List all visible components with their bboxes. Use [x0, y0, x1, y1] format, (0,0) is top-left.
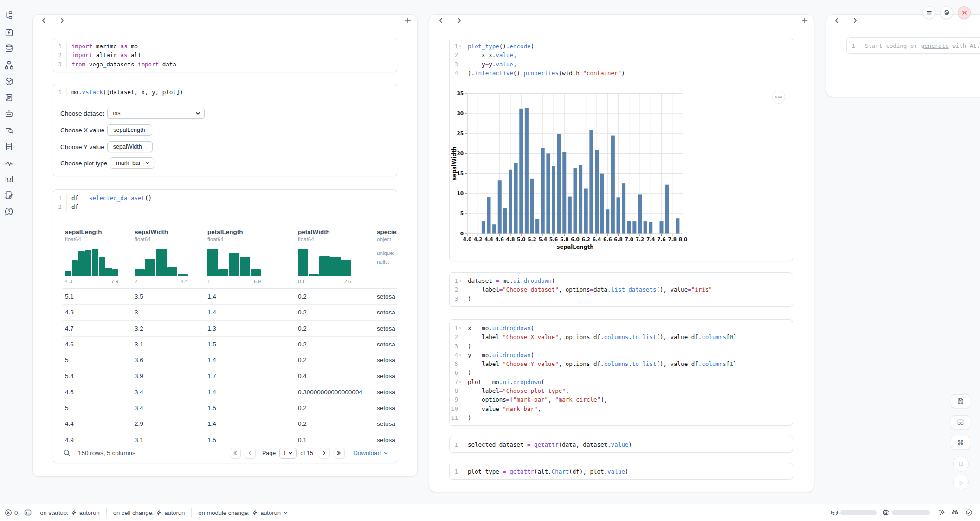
- column-header[interactable]: sepalWidthfloat6424.4: [132, 214, 205, 288]
- documentation-icon[interactable]: [5, 142, 13, 151]
- column-move-right-button[interactable]: [59, 17, 65, 24]
- menu-button[interactable]: [922, 6, 935, 19]
- svg-text:5.6: 5.6: [549, 236, 558, 242]
- on-startup-setting[interactable]: on startup: autorun: [40, 509, 100, 516]
- column-move-left-button[interactable]: [438, 17, 444, 24]
- save-button[interactable]: [951, 394, 970, 408]
- svg-text:4.6: 4.6: [495, 236, 504, 242]
- copilot-status-button[interactable]: [951, 509, 959, 516]
- column-header[interactable]: speciesobjectunique:nulls:: [374, 214, 397, 288]
- code-editor[interactable]: 1∨plot_type().encode(2 x=x.value,3 y=y.v…: [450, 38, 793, 81]
- table-cell: 3.9: [132, 368, 205, 384]
- copilot-icon: [951, 509, 959, 516]
- variables-icon[interactable]: [5, 159, 13, 168]
- download-button[interactable]: Download: [353, 449, 388, 456]
- dropdown-label: Choose Y value: [60, 143, 104, 150]
- next-page-button[interactable]: [319, 448, 330, 459]
- empty-code-cell[interactable]: 1 Start coding or generate with AI.: [846, 37, 980, 54]
- ai-chat-icon[interactable]: [5, 110, 13, 118]
- chevron-down-icon: [283, 510, 288, 515]
- column-panel-left: 1import marimo as mo2import altair as al…: [32, 14, 418, 477]
- generate-with-ai-link[interactable]: generate: [921, 42, 948, 49]
- on-module-change-setting[interactable]: on module change: autorun: [198, 509, 288, 516]
- code-cell-xy-plot-dropdowns[interactable]: 1∨x = mo.ui.dropdown(2 label="Choose X v…: [449, 319, 793, 426]
- table-row[interactable]: 53.61.40.2setosa: [63, 352, 397, 368]
- table-row[interactable]: 5.43.91.70.4setosa: [63, 368, 397, 384]
- add-column-button[interactable]: [404, 17, 412, 24]
- table-row[interactable]: 53.41.50.2setosa: [63, 400, 397, 416]
- settings-button[interactable]: [940, 6, 953, 19]
- column-header[interactable]: sepalLengthfloat644.37.9: [63, 214, 132, 288]
- bar-chart[interactable]: 4.04.24.44.64.85.05.25.45.65.86.06.26.46…: [450, 83, 793, 261]
- code-placeholder[interactable]: Start coding or generate with AI.: [860, 41, 980, 50]
- table-row[interactable]: 4.63.11.50.2setosa: [63, 337, 397, 352]
- column-move-right-button[interactable]: [456, 17, 463, 24]
- layout-toggle-button[interactable]: [951, 415, 970, 429]
- table-row[interactable]: 4.63.41.40.30000000000000004setosa: [63, 384, 397, 400]
- column-header[interactable]: petalLengthfloat6416.9: [205, 214, 296, 288]
- code-line: 9 options=["mark_bar", "mark_circle"],: [450, 395, 793, 404]
- table-cell: setosa: [374, 432, 397, 443]
- dependency-graph-icon[interactable]: [5, 61, 13, 70]
- keyboard-shortcuts-button[interactable]: ⌘: [951, 436, 970, 449]
- connection-status-button[interactable]: [965, 509, 973, 516]
- code-cell-dataset-dropdown[interactable]: 1∨dataset = mo.ui.dropdown(2 label="Choo…: [449, 272, 793, 307]
- table-cell: setosa: [374, 305, 397, 320]
- dropdown-select[interactable]: iris: [107, 108, 205, 119]
- table-row[interactable]: 5.13.51.40.2setosa: [63, 289, 397, 305]
- svg-text:6.6: 6.6: [603, 236, 612, 242]
- code-cell-imports[interactable]: 1import marimo as mo2import altair as al…: [53, 38, 397, 72]
- close-button[interactable]: [958, 6, 971, 19]
- table-row[interactable]: 4.931.40.2setosa: [63, 305, 397, 320]
- logs-icon[interactable]: [5, 93, 13, 102]
- cpu-usage[interactable]: [882, 509, 930, 516]
- stop-button[interactable]: [953, 456, 969, 472]
- table-cell: 1.4: [205, 289, 296, 304]
- code-cell-vstack: 1mo.vstack([dataset, x, y, plot]) Choose…: [53, 84, 397, 176]
- on-cell-change-setting[interactable]: on cell change: autorun: [113, 509, 185, 516]
- code-cell-selected-dataset[interactable]: 1selected_dataset = getattr(data, datase…: [449, 436, 793, 453]
- table-row[interactable]: 4.73.21.30.2setosa: [63, 321, 397, 337]
- packages-icon[interactable]: [5, 77, 13, 86]
- error-count-badge[interactable]: 0: [5, 509, 18, 516]
- terminal-button[interactable]: [24, 509, 32, 516]
- table-cell: 4.4: [63, 416, 132, 431]
- chevron-left-icon: [438, 17, 444, 24]
- ai-assist-button[interactable]: [938, 509, 946, 516]
- page-select[interactable]: 1: [279, 448, 297, 459]
- svg-text:7.2: 7.2: [636, 236, 645, 242]
- functions-icon[interactable]: [5, 28, 13, 37]
- last-page-button[interactable]: [334, 448, 345, 459]
- code-editor[interactable]: 1mo.vstack([dataset, x, y, plot]): [53, 84, 397, 100]
- chart-actions-button[interactable]: [772, 91, 785, 104]
- column-header[interactable]: petalWidthfloat640.12.5: [296, 214, 374, 288]
- column-move-left-button[interactable]: [833, 17, 840, 24]
- tracebacks-icon[interactable]: [5, 126, 13, 135]
- dropdown-select[interactable]: mark_bar: [110, 157, 154, 169]
- prev-page-button[interactable]: [245, 448, 256, 459]
- code-line: 1mo.vstack([dataset, x, y, plot]): [53, 88, 397, 97]
- line-number: 1: [53, 88, 62, 97]
- dropdown-select[interactable]: sepalWidth: [107, 141, 153, 152]
- column-header-middle: [429, 15, 814, 25]
- table-cell: 0.2: [296, 305, 374, 320]
- column-move-right-button[interactable]: [852, 17, 858, 24]
- table-cell: 0.2: [296, 416, 374, 431]
- search-icon[interactable]: [64, 449, 71, 456]
- add-column-button[interactable]: [801, 17, 808, 24]
- first-page-button[interactable]: [230, 448, 241, 459]
- code-editor[interactable]: 1df = selected_dataset()2df: [53, 190, 397, 215]
- run-button[interactable]: [953, 475, 969, 490]
- datasources-icon[interactable]: [5, 44, 13, 52]
- memory-usage[interactable]: [831, 509, 877, 516]
- table-row[interactable]: 4.42.91.40.2setosa: [63, 416, 397, 432]
- code-cell-plot-type[interactable]: 1plot_type = getattr(alt.Chart(df), plot…: [449, 463, 793, 480]
- dropdown-select[interactable]: sepalLength: [107, 124, 152, 136]
- table-cell: 1.4: [205, 305, 296, 320]
- table-row[interactable]: 4.93.11.50.1setosa: [63, 432, 397, 443]
- scratchpad-icon[interactable]: [5, 191, 13, 200]
- help-icon[interactable]: [5, 207, 13, 216]
- file-tree-icon[interactable]: [5, 11, 13, 20]
- snippets-icon[interactable]: [5, 175, 13, 183]
- column-move-left-button[interactable]: [40, 17, 47, 24]
